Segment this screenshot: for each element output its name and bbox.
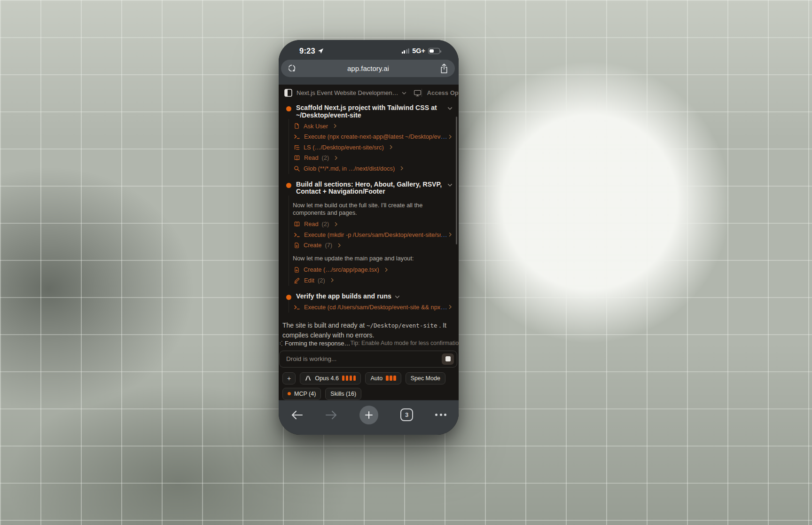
chevron-right-icon[interactable] bbox=[333, 155, 339, 161]
chevron-right-icon[interactable] bbox=[329, 277, 335, 283]
list-tree-icon bbox=[294, 144, 300, 150]
chevron-right-icon[interactable] bbox=[383, 267, 389, 273]
chevron-right-icon[interactable] bbox=[447, 232, 453, 237]
assistant-note: Now let me update the main page and layo… bbox=[289, 251, 454, 265]
stop-button[interactable] bbox=[442, 353, 454, 365]
access-options-button[interactable]: Access Options bbox=[427, 89, 459, 96]
tool-call-row[interactable]: Execute (cd /Users/sam/Desktop/event-sit… bbox=[289, 302, 454, 313]
task-sections: Scaffold Next.js project with Tailwind C… bbox=[279, 101, 459, 313]
auto-mode-button[interactable]: Auto bbox=[365, 372, 401, 384]
tool-call-row[interactable]: Glob (**/*.md, in …/next/dist/docs) bbox=[289, 163, 454, 174]
task-title: Scaffold Next.js project with Tailwind C… bbox=[296, 104, 443, 119]
desktop-wallpaper: 9:23 5G+ app.factory.ai bbox=[0, 0, 812, 525]
tool-call-row[interactable]: Create (7) bbox=[289, 240, 454, 251]
desktop-view-icon[interactable] bbox=[414, 89, 422, 97]
tabs-button[interactable]: 3 bbox=[400, 408, 413, 421]
stop-icon bbox=[445, 356, 451, 361]
tool-count: (7) bbox=[325, 242, 332, 249]
tool-count: (2) bbox=[318, 277, 325, 284]
chevron-down-icon[interactable] bbox=[394, 294, 400, 300]
tool-truncation: ... bbox=[441, 304, 447, 311]
back-button[interactable] bbox=[291, 410, 303, 420]
tool-label: Read bbox=[304, 220, 319, 227]
file-icon bbox=[294, 123, 300, 129]
chevron-down-icon[interactable] bbox=[447, 105, 453, 111]
book-icon bbox=[294, 221, 300, 227]
tool-label: Ask User bbox=[304, 123, 328, 130]
chevron-down-icon[interactable] bbox=[447, 182, 453, 188]
tool-label: Execute (mkdir -p /Users/sam/Desktop/eve… bbox=[304, 231, 441, 238]
task-section-header[interactable]: Build all sections: Hero, About, Gallery… bbox=[286, 181, 454, 196]
task-section-body: Now let me build out the full site. I'll… bbox=[289, 196, 454, 286]
tool-call-row[interactable]: Execute (mkdir -p /Users/sam/Desktop/eve… bbox=[289, 229, 454, 240]
tool-call-row[interactable]: Ask User bbox=[289, 121, 454, 132]
tool-label: Create (…/src/app/page.tsx) bbox=[304, 266, 379, 273]
tool-call-row[interactable]: Edit (2) bbox=[289, 275, 454, 286]
session-title[interactable]: Next.js Event Website Developmen… bbox=[297, 89, 398, 96]
tool-call-row[interactable]: Execute (npx create-next-app@latest ~/De… bbox=[289, 132, 454, 142]
forward-button[interactable] bbox=[325, 410, 337, 420]
book-icon bbox=[294, 155, 300, 161]
task-section: Build all sections: Hero, About, Gallery… bbox=[279, 181, 459, 286]
iphone-safari-window: 9:23 5G+ app.factory.ai bbox=[279, 40, 459, 435]
conversation: Scaffold Next.js project with Tailwind C… bbox=[279, 101, 459, 400]
task-status-dot bbox=[286, 106, 291, 111]
terminal-icon bbox=[294, 232, 300, 238]
activity-status-label: Forming the response… bbox=[285, 340, 350, 347]
task-section-header[interactable]: Verify the app builds and runs bbox=[286, 293, 454, 300]
model-selector-button[interactable]: Opus 4.6 bbox=[300, 372, 361, 384]
chevron-right-icon[interactable] bbox=[336, 243, 342, 248]
tab-count: 3 bbox=[405, 411, 408, 418]
share-icon[interactable] bbox=[439, 63, 449, 74]
cellular-signal-icon bbox=[402, 48, 410, 54]
url-text[interactable]: app.factory.ai bbox=[297, 64, 439, 72]
task-section-header[interactable]: Scaffold Next.js project with Tailwind C… bbox=[286, 104, 454, 119]
prompt-placeholder: Droid is working... bbox=[286, 355, 336, 362]
task-title: Build all sections: Hero, About, Gallery… bbox=[296, 181, 443, 196]
tool-label: Read bbox=[304, 154, 319, 161]
scrollbar-thumb[interactable] bbox=[456, 117, 457, 244]
file-plus-icon bbox=[294, 266, 300, 273]
tool-call-row[interactable]: LS (…/Desktop/event-site/src) bbox=[289, 142, 454, 153]
tool-label: Execute (cd /Users/sam/Desktop/event-sit… bbox=[304, 304, 441, 311]
chevron-right-icon[interactable] bbox=[447, 134, 453, 140]
tool-call-row[interactable]: Create (…/src/app/page.tsx) bbox=[289, 265, 454, 275]
safari-top-chrome: 9:23 5G+ app.factory.ai bbox=[279, 40, 459, 85]
tool-count: (2) bbox=[322, 154, 329, 161]
tool-label: Execute (npx create-next-app@latest ~/De… bbox=[304, 133, 441, 140]
task-title: Verify the app builds and runs bbox=[296, 293, 391, 300]
attach-button[interactable]: + bbox=[282, 372, 296, 384]
tool-call-row[interactable]: Read (2) bbox=[289, 153, 454, 164]
network-type-label: 5G+ bbox=[412, 47, 425, 55]
skills-button[interactable]: Skills (16) bbox=[325, 388, 361, 400]
tool-truncation: ... bbox=[441, 133, 447, 140]
webview: Next.js Event Website Developmen… Access… bbox=[279, 85, 459, 400]
assistant-message: The site is built and ready at ~/Desktop… bbox=[279, 313, 459, 340]
tool-count: (2) bbox=[322, 220, 329, 227]
chevron-down-icon[interactable] bbox=[401, 90, 407, 96]
new-tab-button[interactable] bbox=[359, 406, 378, 424]
sidebar-toggle-icon[interactable] bbox=[284, 89, 292, 97]
activity-status-row: ⢎ Forming the response… Tip: Enable Auto… bbox=[279, 340, 459, 351]
task-section: Verify the app builds and runs Execute (… bbox=[279, 293, 459, 313]
tool-truncation: ... bbox=[441, 231, 447, 238]
chevron-right-icon[interactable] bbox=[333, 221, 339, 227]
task-status-dot bbox=[286, 183, 291, 188]
chevron-right-icon[interactable] bbox=[399, 165, 405, 171]
mcp-button[interactable]: MCP (4) bbox=[282, 388, 321, 400]
anthropic-logo-icon bbox=[305, 376, 312, 381]
spec-mode-button[interactable]: Spec Mode bbox=[406, 372, 445, 384]
more-menu-button[interactable] bbox=[435, 414, 446, 416]
location-arrow-icon bbox=[318, 48, 324, 54]
page-settings-icon[interactable] bbox=[287, 63, 297, 73]
chevron-right-icon[interactable] bbox=[447, 304, 453, 310]
spinner-icon: ⢎ bbox=[279, 340, 283, 346]
chevron-right-icon[interactable] bbox=[332, 123, 338, 129]
tool-call-row[interactable]: Read (2) bbox=[289, 219, 454, 230]
chevron-right-icon[interactable] bbox=[388, 144, 394, 150]
task-section: Scaffold Next.js project with Tailwind C… bbox=[279, 104, 459, 174]
prompt-input[interactable]: Droid is working... bbox=[279, 351, 457, 368]
clock: 9:23 bbox=[299, 47, 315, 55]
address-bar[interactable]: app.factory.ai bbox=[281, 60, 455, 77]
battery-icon bbox=[428, 48, 440, 54]
